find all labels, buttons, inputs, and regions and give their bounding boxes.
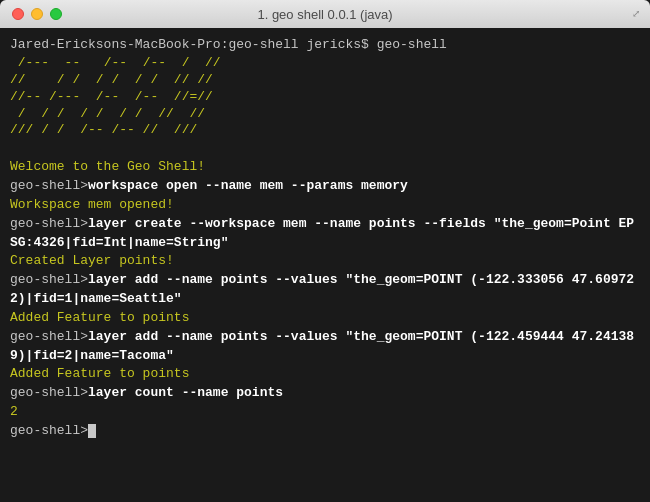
- initial-prompt-line: Jared-Ericksons-MacBook-Pro:geo-shell je…: [10, 36, 640, 55]
- cmd2-line: geo-shell>layer create --workspace mem -…: [10, 215, 640, 253]
- maximize-button[interactable]: [50, 8, 62, 20]
- ascii-art-3: //-- /--- /-- /-- //=//: [10, 89, 640, 106]
- prompt-3: geo-shell>: [10, 272, 88, 287]
- terminal-cursor: [88, 424, 96, 438]
- out5-line: 2: [10, 403, 640, 422]
- out1-line: Workspace mem opened!: [10, 196, 640, 215]
- prompt-1: geo-shell>: [10, 178, 88, 193]
- prompt-4: geo-shell>: [10, 329, 88, 344]
- cmd2-text: layer create --workspace mem --name poin…: [10, 216, 634, 250]
- welcome-line: Welcome to the Geo Shell!: [10, 158, 640, 177]
- close-button[interactable]: [12, 8, 24, 20]
- minimize-button[interactable]: [31, 8, 43, 20]
- cmd4-line: geo-shell>layer add --name points --valu…: [10, 328, 640, 366]
- out3-line: Added Feature to points: [10, 309, 640, 328]
- ascii-art-2: // / / / / / / // //: [10, 72, 640, 89]
- ascii-art-1: /--- -- /-- /-- / //: [10, 55, 640, 72]
- cmd6-line: geo-shell>: [10, 422, 640, 441]
- prompt-6: geo-shell>: [10, 423, 88, 438]
- cmd3-text: layer add --name points --values "the_ge…: [10, 272, 634, 306]
- cmd4-text: layer add --name points --values "the_ge…: [10, 329, 634, 363]
- window: 1. geo shell 0.0.1 (java) ⤢ Jared-Ericks…: [0, 0, 650, 502]
- prompt-2: geo-shell>: [10, 216, 88, 231]
- terminal-body[interactable]: Jared-Ericksons-MacBook-Pro:geo-shell je…: [0, 28, 650, 502]
- ascii-art-5: /// / / /-- /-- // ///: [10, 122, 640, 139]
- window-title: 1. geo shell 0.0.1 (java): [257, 7, 392, 22]
- traffic-lights: [12, 8, 62, 20]
- prompt-5: geo-shell>: [10, 385, 88, 400]
- cmd5-line: geo-shell>layer count --name points: [10, 384, 640, 403]
- cmd5-text: layer count --name points: [88, 385, 283, 400]
- cmd1-line: geo-shell>workspace open --name mem --pa…: [10, 177, 640, 196]
- cmd3-line: geo-shell>layer add --name points --valu…: [10, 271, 640, 309]
- ascii-art-4: / / / / / / / // //: [10, 106, 640, 123]
- out2-line: Created Layer points!: [10, 252, 640, 271]
- resize-icon: ⤢: [632, 8, 640, 20]
- blank-line-1: [10, 139, 640, 158]
- window-chrome: 1. geo shell 0.0.1 (java) ⤢: [0, 0, 650, 28]
- out4-line: Added Feature to points: [10, 365, 640, 384]
- cmd1-text: workspace open --name mem --params memor…: [88, 178, 408, 193]
